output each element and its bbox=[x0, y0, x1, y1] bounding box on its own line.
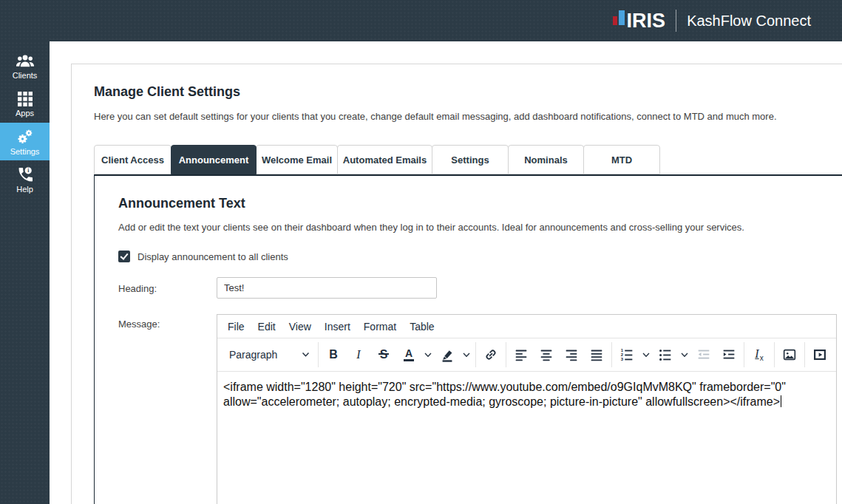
bold-button[interactable]: B bbox=[321, 342, 346, 367]
display-announcement-checkbox[interactable] bbox=[118, 251, 130, 262]
tab-announcement[interactable]: Announcement bbox=[171, 145, 257, 174]
heading-row: Heading: bbox=[118, 277, 842, 299]
tab-mtd[interactable]: MTD bbox=[583, 145, 660, 174]
align-left-icon bbox=[513, 347, 529, 363]
editor-menubar: File Edit View Insert Format Table bbox=[217, 315, 836, 338]
panel-heading: Announcement Text bbox=[118, 196, 842, 211]
sidebar-item-help[interactable]: i Help bbox=[0, 160, 50, 198]
announcement-panel: Announcement Text Add or edit the text y… bbox=[94, 174, 842, 504]
align-left-button[interactable] bbox=[509, 342, 534, 367]
heading-input[interactable] bbox=[217, 277, 437, 299]
bullet-list-icon bbox=[657, 347, 673, 363]
strikethrough-icon: S bbox=[380, 348, 388, 361]
chevron-down-icon bbox=[681, 353, 688, 358]
outdent-icon bbox=[696, 347, 712, 363]
display-announcement-row: Display announcement to all clients bbox=[118, 251, 842, 262]
highlight-color-button[interactable] bbox=[435, 342, 460, 367]
heading-label: Heading: bbox=[118, 277, 217, 299]
menu-format[interactable]: Format bbox=[357, 316, 403, 337]
panel-description: Add or edit the text your clients see on… bbox=[118, 222, 842, 233]
main-card: Manage Client Settings Here you can set … bbox=[71, 64, 842, 504]
insert-media-button[interactable] bbox=[807, 342, 832, 367]
indent-icon bbox=[721, 347, 737, 363]
outdent-button[interactable] bbox=[691, 342, 716, 367]
highlight-color-menu-button[interactable] bbox=[460, 342, 473, 367]
sidebar-item-apps[interactable]: Apps bbox=[0, 85, 50, 123]
numbered-list-button[interactable]: 123 bbox=[614, 342, 639, 367]
align-justify-icon bbox=[588, 347, 605, 363]
menu-file[interactable]: File bbox=[221, 316, 251, 337]
bullet-list-menu-button[interactable] bbox=[678, 342, 691, 367]
bold-icon: B bbox=[329, 348, 338, 361]
topbar: IRIS KashFlow Connect bbox=[0, 0, 842, 41]
sidebar-item-settings[interactable]: Settings bbox=[0, 123, 50, 160]
highlighter-icon bbox=[439, 347, 455, 363]
clear-formatting-button[interactable]: Ix bbox=[747, 342, 772, 367]
svg-text:3: 3 bbox=[621, 357, 624, 361]
media-icon bbox=[812, 347, 828, 363]
format-select[interactable]: Paragraph bbox=[223, 342, 316, 367]
chevron-down-icon bbox=[642, 353, 650, 358]
phone-info-icon: i bbox=[16, 166, 34, 183]
brand: IRIS KashFlow Connect bbox=[613, 0, 811, 41]
menu-view[interactable]: View bbox=[282, 316, 318, 337]
chevron-down-icon bbox=[463, 353, 470, 358]
align-center-button[interactable] bbox=[534, 342, 559, 367]
sidebar-item-clients[interactable]: Clients bbox=[0, 47, 50, 85]
insert-image-button[interactable] bbox=[777, 342, 802, 367]
menu-insert[interactable]: Insert bbox=[318, 316, 357, 337]
page-subtitle: Here you can set default settings for yo… bbox=[94, 111, 842, 122]
menu-edit[interactable]: Edit bbox=[251, 316, 282, 337]
text-caret bbox=[781, 395, 781, 407]
editor-content[interactable]: <iframe width="1280" height="720" src="h… bbox=[217, 372, 836, 504]
strikethrough-button[interactable]: S bbox=[371, 342, 396, 367]
svg-text:i: i bbox=[27, 167, 29, 174]
rich-text-editor: File Edit View Insert Format Table Parag… bbox=[217, 314, 837, 504]
sidebar-item-label: Apps bbox=[16, 109, 34, 118]
text-color-menu-button[interactable] bbox=[421, 342, 435, 367]
indent-button[interactable] bbox=[716, 342, 741, 367]
tabs: Client Access Announcement Welcome Email… bbox=[94, 145, 842, 174]
users-icon bbox=[16, 53, 35, 69]
brand-divider bbox=[676, 10, 676, 32]
italic-icon: I bbox=[356, 348, 360, 361]
message-row: Message: File Edit View Insert Format Ta… bbox=[118, 314, 842, 504]
grid-icon bbox=[17, 91, 33, 107]
menu-table[interactable]: Table bbox=[403, 316, 441, 337]
sidebar: Clients Apps bbox=[0, 41, 50, 504]
page-title: Manage Client Settings bbox=[94, 84, 842, 100]
link-button[interactable] bbox=[478, 342, 503, 367]
chevron-down-icon bbox=[302, 352, 310, 358]
tab-automated-emails[interactable]: Automated Emails bbox=[337, 145, 432, 174]
sidebar-item-label: Settings bbox=[10, 147, 40, 156]
chevron-down-icon bbox=[424, 353, 432, 358]
tab-nominals[interactable]: Nominals bbox=[508, 145, 584, 174]
editor-content-text: <iframe width="1280" height="720" src="h… bbox=[223, 381, 786, 408]
editor-toolbar: Paragraph B I S A bbox=[217, 338, 836, 372]
iris-logo-red-bar bbox=[613, 16, 617, 25]
clear-formatting-icon: Ix bbox=[755, 347, 763, 362]
product-name: KashFlow Connect bbox=[687, 13, 811, 30]
tab-welcome-email[interactable]: Welcome Email bbox=[256, 145, 338, 174]
image-icon bbox=[781, 347, 798, 363]
iris-logo-blue-bar bbox=[619, 10, 625, 25]
gears-icon bbox=[16, 128, 34, 146]
message-label: Message: bbox=[118, 314, 217, 504]
text-color-button[interactable]: A bbox=[396, 342, 421, 367]
text-color-icon: A bbox=[404, 348, 414, 361]
sidebar-item-label: Help bbox=[16, 185, 33, 194]
numbered-list-menu-button[interactable] bbox=[639, 342, 653, 367]
italic-button[interactable]: I bbox=[346, 342, 371, 367]
brand-name: IRIS bbox=[627, 0, 666, 41]
display-announcement-label: Display announcement to all clients bbox=[137, 251, 288, 262]
iris-logo-bars-icon bbox=[613, 10, 625, 32]
align-justify-button[interactable] bbox=[584, 342, 609, 367]
tab-settings[interactable]: Settings bbox=[432, 145, 509, 174]
bullet-list-button[interactable] bbox=[653, 342, 678, 367]
format-select-value: Paragraph bbox=[229, 349, 277, 361]
sidebar-item-label: Clients bbox=[13, 71, 38, 80]
tab-client-access[interactable]: Client Access bbox=[94, 145, 172, 174]
numbered-list-icon: 123 bbox=[619, 347, 635, 363]
align-right-button[interactable] bbox=[559, 342, 584, 367]
align-right-icon bbox=[563, 347, 580, 363]
